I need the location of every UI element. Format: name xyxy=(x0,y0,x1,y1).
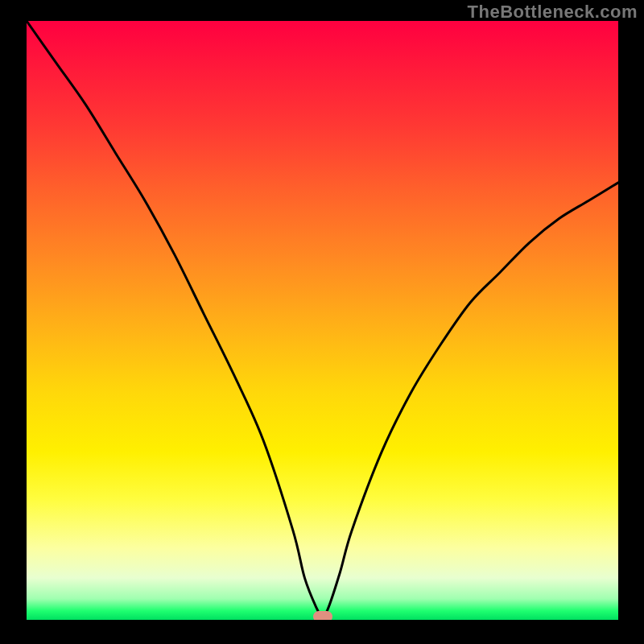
chart-frame: TheBottleneck.com xyxy=(0,0,644,644)
watermark-text: TheBottleneck.com xyxy=(468,2,638,23)
curve-svg xyxy=(27,21,618,620)
plot-area xyxy=(27,21,618,620)
bottleneck-curve xyxy=(27,21,618,617)
optimum-marker xyxy=(313,611,332,620)
